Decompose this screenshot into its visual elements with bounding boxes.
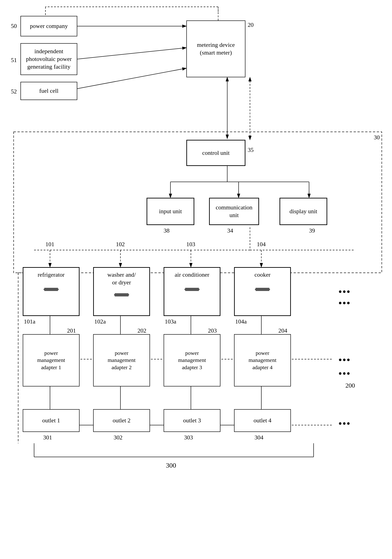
outlet2-box: outlet 2: [93, 409, 150, 432]
cooker-box: cooker: [234, 267, 291, 316]
ref-304: 304: [255, 434, 263, 441]
chip-icon-cooker: [256, 288, 269, 291]
outlet4-box: outlet 4: [234, 409, 291, 432]
communication-unit-box: communication unit: [209, 198, 259, 225]
ref-102: 102: [116, 241, 125, 248]
metering-device-box: metering device (smart meter): [186, 20, 246, 77]
outlets-group-ref: 300: [166, 461, 176, 469]
adapter1-box: power management adapter 1: [23, 334, 80, 386]
communication-unit-ref: 34: [227, 227, 233, 234]
ref-103: 103: [186, 241, 195, 248]
ref-103a: 103a: [165, 318, 176, 325]
more-adapters-dots: •••: [339, 355, 351, 365]
svg-line-4: [77, 48, 186, 59]
adapter2-box: power management adapter 2: [93, 334, 150, 386]
adapter3-box: power management adapter 3: [164, 334, 220, 386]
input-unit-ref: 38: [164, 227, 170, 234]
control-unit-box: control unit: [186, 140, 246, 166]
ref-104: 104: [257, 241, 266, 248]
more-appliances-dots-top: •••: [339, 286, 351, 297]
ref-101a: 101a: [24, 318, 36, 325]
photovoltaic-ref: 51: [11, 57, 17, 64]
ref-203: 203: [208, 327, 217, 334]
adapter4-box: power management adapter 4: [234, 334, 291, 386]
control-unit-ref: 35: [248, 147, 254, 153]
more-appliances-dots-mid: •••: [339, 298, 351, 308]
outlet1-box: outlet 1: [23, 409, 80, 432]
fuel-cell-ref: 52: [11, 88, 17, 95]
metering-device-ref: 20: [248, 22, 254, 28]
chip-icon-washer: [115, 293, 128, 297]
chip-icon-refrigerator: [44, 288, 58, 291]
more-adapters-dots2: •••: [339, 368, 351, 379]
ref-202: 202: [137, 327, 146, 334]
air-conditioner-box: air conditioner: [164, 267, 220, 316]
ref-101: 101: [46, 241, 54, 248]
ref-102a: 102a: [94, 318, 106, 325]
chip-icon-ac: [185, 288, 199, 291]
patent-diagram: power company 50 independent photovoltai…: [0, 0, 392, 559]
ref-301: 301: [43, 434, 52, 441]
more-outlets-dots: •••: [339, 418, 351, 429]
washer-dryer-box: washer and/ or dryer: [93, 267, 150, 316]
ref-303: 303: [184, 434, 193, 441]
power-company-box: power company: [20, 16, 77, 36]
ref-201: 201: [67, 327, 76, 334]
outlet3-box: outlet 3: [164, 409, 220, 432]
ref-204: 204: [278, 327, 287, 334]
refrigerator-box: refrigerator: [23, 267, 80, 316]
display-unit-ref: 39: [309, 227, 315, 234]
ref-104a: 104a: [235, 318, 247, 325]
input-unit-box: input unit: [146, 198, 194, 225]
home-system-ref: 30: [374, 134, 380, 141]
power-company-ref: 50: [11, 23, 17, 29]
adapters-group-ref: 200: [346, 382, 355, 389]
fuel-cell-box: fuel cell: [20, 82, 77, 100]
photovoltaic-box: independent photovoltaic power generatin…: [20, 43, 77, 75]
svg-line-5: [77, 68, 186, 89]
ref-302: 302: [114, 434, 122, 441]
display-unit-box: display unit: [280, 198, 327, 225]
